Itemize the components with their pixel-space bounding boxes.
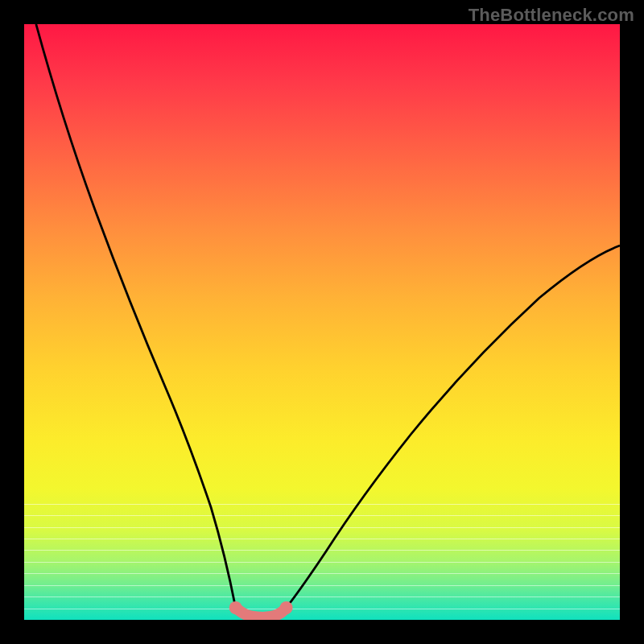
chart-frame: TheBottleneck.com: [0, 0, 644, 644]
right-curve-path: [287, 246, 620, 608]
curve-svg: [24, 24, 620, 620]
left-curve-path: [36, 24, 236, 608]
highlight-left-dot: [229, 601, 242, 614]
highlight-right-dot: [280, 601, 293, 614]
watermark-text: TheBottleneck.com: [469, 5, 634, 26]
plot-area: [24, 24, 620, 620]
bottom-highlight-path: [236, 608, 287, 617]
